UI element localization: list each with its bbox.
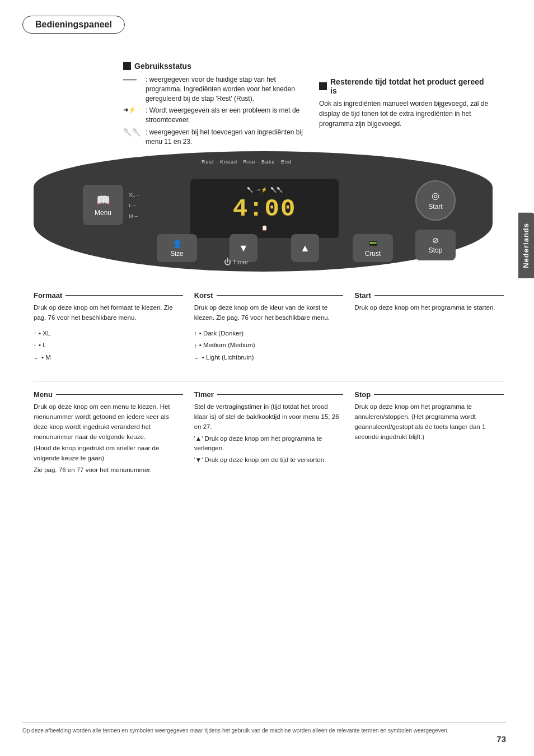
display-ingredient-icon: 🥄🥄 (270, 187, 283, 193)
korst-options: ↑ • Dark (Donker) ↑ • Medium (Medium) ← … (194, 328, 344, 365)
formaat-description: Formaat Druk op deze knop om het formaat… (34, 291, 183, 364)
formaat-options: ↑ • XL ↑ • L ← • M (34, 328, 183, 365)
section-title-icon (123, 62, 131, 70)
formaat-option-xl: ↑ • XL (34, 328, 183, 340)
size-indicator-labels: XL – L – M – (129, 189, 139, 221)
panel-body: Rest · Knead · Rise · Bake · End 📖 Menu … (34, 151, 493, 272)
menu-book-icon: 📖 (96, 193, 110, 207)
start-circle-icon: ◎ (432, 190, 439, 201)
remaining-time-section: Resterende tijd totdat het product geree… (319, 77, 493, 129)
stop-circle-icon: ⊘ (432, 236, 439, 245)
control-panel-diagram: Rest · Knead · Rise · Bake · End 📖 Menu … (34, 151, 504, 280)
size-m-label: M – (129, 211, 139, 221)
bottom-desc-row: Menu Druk op deze knop om een menu te ki… (34, 390, 504, 477)
arrow-up-icon: ▲ (300, 242, 310, 254)
arrow-up-crust-1: ↑ (194, 328, 197, 339)
stop-button-label: Stop (429, 246, 443, 254)
start-title: Start (354, 291, 504, 300)
size-person-icon: 👤 (172, 239, 182, 248)
size-l-label: L – (129, 200, 139, 211)
timer-power-icon: ⏻ (224, 258, 231, 266)
crust-button[interactable]: 📟 Crust (353, 234, 393, 262)
descriptions-area: Formaat Druk op deze knop om het formaat… (34, 291, 504, 477)
page-number: 73 (496, 734, 506, 744)
korst-text: Druk op deze knop om de kleur van de kor… (194, 303, 344, 323)
start-button-label: Start (428, 203, 442, 211)
formaat-title: Formaat (34, 291, 183, 300)
arrow-down-icon: ▼ (238, 242, 249, 254)
korst-option-dark: ↑ • Dark (Donker) (194, 328, 344, 340)
usage-icon-2: ➜⚡ (123, 106, 143, 114)
timer-text-2: '▲' Druk op deze knop om het programma t… (194, 434, 344, 454)
menu-description: Menu Druk op deze knop om een menu te ki… (34, 390, 183, 477)
crust-button-label: Crust (365, 250, 381, 258)
stop-button[interactable]: ⊘ Stop (415, 230, 456, 260)
display-power-icon: ➜⚡ (256, 187, 267, 193)
arrow-up-indicator: ↑ (34, 328, 36, 339)
formaat-option-l: ↑ • L (34, 339, 183, 352)
arrow-up-indicator-2: ↑ (34, 340, 36, 351)
korst-title: Korst (194, 291, 344, 300)
usage-item-1: —— : weergegeven voor de huidige stap va… (123, 75, 313, 103)
usage-item-3: 🥄🥄 : weergegeven bij het toevoegen van i… (123, 128, 313, 147)
display-area: 🥄 ➜⚡ 🥄🥄 4:00 📋 (190, 179, 339, 238)
usage-icon-3: 🥄🥄 (123, 128, 143, 138)
timer-desc-title: Timer (194, 390, 344, 399)
stop-desc-title: Stop (354, 390, 504, 399)
arrow-left-crust: ← (194, 353, 200, 363)
menu-text-3: Zie pag. 76 en 77 voor het menunummer. (34, 465, 183, 475)
arrow-up-crust-2: ↑ (194, 340, 197, 351)
start-description: Start Druk op deze knop om het programma… (354, 291, 504, 364)
arrow-left-indicator: ← (34, 353, 39, 363)
menu-text-1: Druk op deze knop om een menu te kiezen.… (34, 402, 183, 442)
korst-description: Korst Druk op deze knop om de kleur van … (194, 291, 344, 364)
timer-up-button[interactable]: ▲ (291, 234, 319, 262)
timer-label: ⏻ Timer (224, 258, 249, 266)
progress-label: Rest · Knead · Rise · Bake · End (202, 159, 292, 165)
start-text: Druk op deze knop om het programma te st… (354, 303, 504, 313)
usage-status-title: Gebruiksstatus (123, 62, 313, 71)
usage-icon-1: —— (123, 75, 143, 85)
menu-button-label: Menu (95, 209, 111, 217)
display-time: 4:00 (233, 195, 297, 223)
top-desc-row: Formaat Druk op deze knop om het formaat… (34, 291, 504, 364)
page-title: Bedieningspaneel (22, 16, 125, 34)
size-xl-label: XL – (129, 189, 139, 200)
formaat-option-m: ← • M (34, 352, 183, 364)
remaining-time-description: Ook als ingrediënten manueel worden bijg… (319, 99, 493, 129)
usage-status-section: Gebruiksstatus —— : weergegeven voor de … (123, 62, 313, 150)
size-button-label: Size (170, 250, 183, 258)
footer-note: Op deze afbeelding worden alle termen en… (22, 722, 506, 734)
timer-text-1: Stel de vertragingstimer in (tijd totdat… (194, 402, 344, 432)
display-bottom-icon-1: 📋 (261, 225, 268, 231)
menu-button[interactable]: 📖 Menu (83, 185, 123, 225)
size-button[interactable]: 👤 Size (157, 234, 197, 262)
remaining-time-title: Resterende tijd totdat het product geree… (319, 77, 493, 95)
timer-description: Timer Stel de vertragingstimer in (tijd … (194, 390, 344, 477)
menu-text-2: (Houd de knop ingedrukt om sneller naar … (34, 444, 183, 464)
formaat-text: Druk op deze knop om het formaat te kiez… (34, 303, 183, 323)
side-tab-language: Nederlands (518, 213, 534, 278)
menu-desc-title: Menu (34, 390, 183, 399)
display-status-icon: 🥄 (247, 187, 253, 193)
korst-option-medium: ↑ • Medium (Medium) (194, 339, 344, 352)
section-divider (34, 381, 504, 381)
stop-text: Druk op deze knop om het programma te an… (354, 402, 504, 442)
crust-display-icon: 📟 (368, 239, 378, 248)
usage-item-2: ➜⚡ : Wordt weergegeven als er een proble… (123, 106, 313, 125)
korst-option-light: ← • Light (Lichtbruin) (194, 352, 344, 364)
stop-description: Stop Druk op deze knop om het programma … (354, 390, 504, 477)
timer-text-3: '▼' Druk op deze knop om de tijd te verk… (194, 455, 344, 465)
start-button[interactable]: ◎ Start (415, 180, 456, 221)
remaining-title-icon (319, 82, 327, 90)
